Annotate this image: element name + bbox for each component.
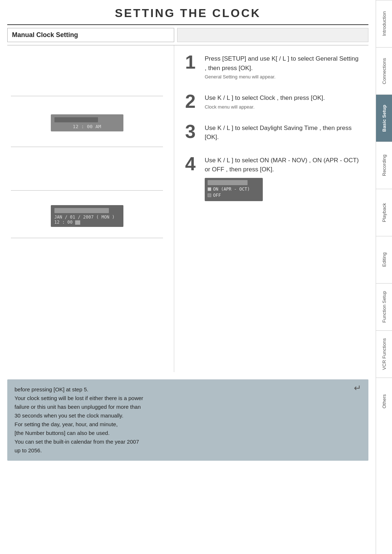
sidebar-item-editing[interactable]: Editing	[376, 236, 392, 283]
dropdown-selected-bar	[208, 180, 248, 185]
dropdown-item-1: ON (APR - OCT)	[208, 187, 260, 192]
page-title: SETTING THE CLOCK	[115, 7, 261, 20]
dropdown-label-1: ON (APR - OCT)	[213, 187, 250, 192]
date-bar	[54, 208, 109, 213]
sidebar-label-editing: Editing	[381, 253, 387, 267]
header-row: Manual Clock Setting	[7, 25, 368, 45]
step-4: 4 Use K / L ] to select ON (MAR - NOV) ,…	[185, 154, 361, 201]
step-2-main: Use K / L ] to select Clock , then press…	[205, 93, 361, 103]
step-2-sub: Clock menu will appear.	[205, 104, 361, 110]
step-4-content: Use K / L ] to select ON (MAR - NOV) , O…	[205, 154, 361, 201]
return-icon: ↵	[354, 383, 361, 393]
left-section-3	[11, 147, 163, 191]
step-1: 1 Press [SETUP] and use K[ / L ] to sele…	[185, 53, 361, 81]
step-1-sub: General Setting menu will appear.	[205, 74, 361, 80]
note-line-7: You can set the built-in calendar from t…	[15, 439, 139, 445]
sidebar-label-basic-setup: Basic Setup	[381, 105, 387, 131]
note-line-5: For setting the day, year, hour, and min…	[15, 421, 118, 427]
sidebar-item-vcr-functions[interactable]: VCR Functions	[376, 330, 392, 378]
sidebar-label-function-setup: Function Setup	[381, 291, 387, 323]
step-3-main: Use K / L ] to select Daylight Saving Ti…	[205, 123, 361, 142]
right-column: 1 Press [SETUP] and use K[ / L ] to sele…	[174, 45, 368, 372]
section-heading: Manual Clock Setting	[7, 28, 174, 42]
note-line-3: failure or this unit has been unplugged …	[15, 404, 141, 410]
note-line-6: [the Number buttons] can also be used.	[15, 430, 110, 436]
step-1-content: Press [SETUP] and use K[ / L ] to select…	[205, 53, 361, 81]
left-section-clock: 12 : 00 AM	[11, 96, 163, 147]
date-time-label: 12 : 00	[54, 220, 120, 225]
header-right-box	[177, 28, 368, 42]
sidebar-item-basic-setup[interactable]: Basic Setup	[376, 94, 392, 142]
date-display-widget: JAN / 01 / 2007 ( MON ) 12 : 00	[51, 205, 123, 227]
step-number-3: 3	[185, 122, 200, 141]
two-col-layout: 12 : 00 AM JAN / 01 / 2007 ( MON ) 12 : …	[7, 45, 368, 372]
date-label: JAN / 01 / 2007 ( MON )	[54, 215, 120, 220]
sidebar-label-connections: Connections	[381, 58, 387, 84]
sidebar-label-recording: Recording	[381, 155, 387, 176]
checkbox-1	[208, 187, 211, 191]
step-3: 3 Use K / L ] to select Daylight Saving …	[185, 122, 361, 143]
step-4-main: Use K / L ] to select ON (MAR - NOV) , O…	[205, 156, 361, 174]
clock-bar	[54, 117, 98, 122]
dropdown-widget: ON (APR - OCT) OFF	[205, 178, 263, 201]
dropdown-label-2: OFF	[213, 193, 221, 198]
sidebar-item-function-setup[interactable]: Function Setup	[376, 283, 392, 330]
note-line-2: Your clock setting will be lost if eithe…	[15, 395, 143, 401]
left-section-1	[11, 53, 163, 96]
step-number-2: 2	[185, 92, 200, 111]
sidebar-item-recording[interactable]: Recording	[376, 142, 392, 189]
date-cursor	[75, 220, 80, 225]
left-section-5	[11, 238, 163, 274]
note-box: ↵ before pressing [OK] at step 5. Your c…	[7, 379, 368, 461]
step-3-content: Use K / L ] to select Daylight Saving Ti…	[205, 122, 361, 143]
step-2-content: Use K / L ] to select Clock , then press…	[205, 92, 361, 111]
note-text: before pressing [OK] at step 5. Your clo…	[15, 385, 361, 455]
sidebar-label-playback: Playback	[381, 203, 387, 222]
checkbox-2	[208, 194, 211, 197]
note-line-4: 30 seconds when you set the clock manual…	[15, 412, 123, 419]
step-number-1: 1	[185, 53, 200, 72]
sidebar-item-others[interactable]: Others	[376, 378, 392, 425]
clock-time-label: 12 : 00 AM	[54, 124, 120, 129]
sidebar-label-others: Others	[381, 394, 387, 408]
step-2: 2 Use K / L ] to select Clock , then pre…	[185, 92, 361, 111]
step-1-main: Press [SETUP] and use K[ / L ] to select…	[205, 54, 361, 73]
clock-display-widget: 12 : 00 AM	[51, 114, 123, 131]
sidebar-label-vcr-functions: VCR Functions	[381, 338, 387, 370]
sidebar-item-introduction[interactable]: Introduction	[376, 0, 392, 47]
left-section-date: JAN / 01 / 2007 ( MON ) 12 : 00	[11, 191, 163, 238]
note-line-1: before pressing [OK] at step 5.	[15, 386, 88, 392]
left-column: 12 : 00 AM JAN / 01 / 2007 ( MON ) 12 : …	[7, 45, 174, 372]
step-number-4: 4	[185, 154, 200, 173]
note-line-8: up to 2056.	[15, 447, 42, 453]
sidebar-item-connections[interactable]: Connections	[376, 47, 392, 94]
page-title-bar: SETTING THE CLOCK	[7, 0, 368, 25]
sidebar-item-playback[interactable]: Playback	[376, 189, 392, 236]
right-sidebar: Introduction Connections Basic Setup Rec…	[376, 0, 392, 554]
sidebar-label-introduction: Introduction	[381, 12, 387, 36]
dropdown-item-2: OFF	[208, 193, 260, 198]
